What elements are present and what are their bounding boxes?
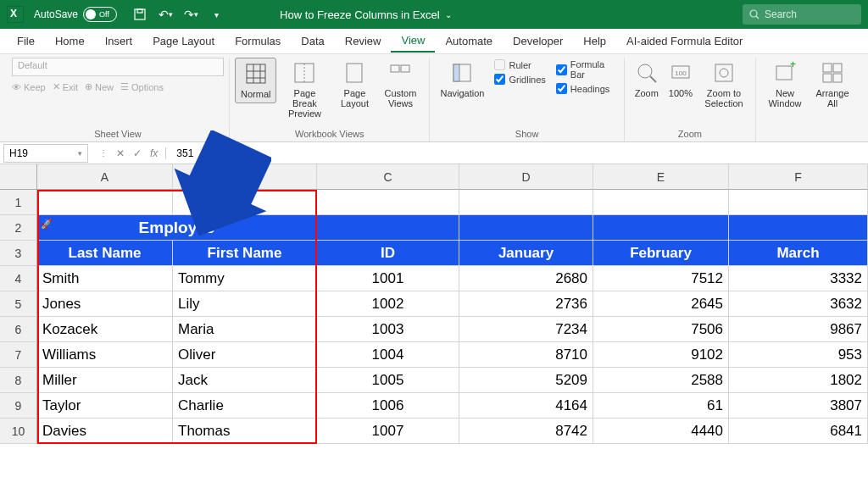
cell[interactable]: Charlie	[173, 393, 317, 419]
cell[interactable]: 3807	[729, 393, 868, 419]
cell[interactable]: Taylor	[37, 393, 173, 419]
col-header[interactable]: E	[593, 164, 729, 190]
autosave-toggle[interactable]: AutoSave Off	[34, 7, 117, 22]
cell[interactable]: 61	[593, 393, 729, 419]
accept-icon[interactable]: ✓	[131, 147, 144, 159]
cell[interactable]	[317, 215, 459, 241]
cell[interactable]: 9867	[729, 317, 868, 342]
search-input[interactable]: Search	[743, 4, 861, 25]
cell[interactable]	[459, 190, 593, 215]
tab-view[interactable]: View	[391, 30, 435, 53]
view-normal-button[interactable]: Normal	[235, 58, 276, 103]
tab-home[interactable]: Home	[45, 30, 95, 52]
cell[interactable]	[459, 215, 593, 241]
view-custom-views-button[interactable]: Custom Views	[376, 58, 424, 112]
cell[interactable]: Tommy	[173, 266, 317, 291]
cell[interactable]	[729, 190, 868, 215]
cell[interactable]: Jones	[37, 291, 173, 317]
cell-header[interactable]: January	[459, 241, 593, 266]
save-icon[interactable]	[131, 5, 149, 24]
col-header[interactable]: C	[317, 164, 459, 190]
cell[interactable]: 2588	[593, 368, 729, 393]
cell[interactable]: 7506	[593, 317, 729, 342]
cancel-icon[interactable]: ✕	[114, 147, 127, 159]
arrange-all-button[interactable]: Arrange All	[809, 58, 856, 112]
cell[interactable]: 2736	[459, 291, 593, 317]
cell[interactable]: 8742	[459, 419, 593, 444]
cell[interactable]: Thomas	[173, 419, 317, 444]
tab-automate[interactable]: Automate	[435, 30, 503, 52]
cell[interactable]: 1802	[729, 368, 868, 393]
cell[interactable]: Davies	[37, 419, 173, 444]
cell[interactable]: 1002	[317, 291, 459, 317]
cell[interactable]: Miller	[37, 368, 173, 393]
row-header[interactable]: 4	[0, 266, 37, 291]
row-header[interactable]: 3	[0, 241, 37, 266]
cell[interactable]: Smith	[37, 266, 173, 291]
cell[interactable]: 8710	[459, 342, 593, 368]
cell[interactable]	[593, 190, 729, 215]
formula-input[interactable]: 351	[171, 147, 193, 159]
col-header[interactable]: B	[173, 164, 317, 190]
cell[interactable]: 7512	[593, 266, 729, 291]
tab-insert[interactable]: Insert	[95, 30, 143, 52]
zoom-selection-button[interactable]: Zoom to Selection	[698, 58, 750, 112]
new-window-button[interactable]: +New Window	[761, 58, 809, 112]
cell-header[interactable]: Last Name	[37, 241, 173, 266]
undo-icon[interactable]: ↶▾	[156, 5, 175, 24]
cell[interactable]: 4164	[459, 393, 593, 419]
cell[interactable]: Oliver	[173, 342, 317, 368]
tab-file[interactable]: File	[7, 30, 45, 52]
redo-icon[interactable]: ↷▾	[181, 5, 200, 24]
cell[interactable]: 3632	[729, 291, 868, 317]
cell[interactable]: 4440	[593, 419, 729, 444]
qat-dropdown-icon[interactable]: ▾	[207, 5, 225, 24]
cell[interactable]: 2680	[459, 266, 593, 291]
spreadsheet-grid[interactable]: 1 2 3 4 5 6 7 8 9 10 A B C D E F 🚀Employ…	[0, 164, 868, 444]
zoom-button[interactable]: Zoom	[630, 58, 664, 102]
tab-help[interactable]: Help	[573, 30, 616, 52]
cell[interactable]: 953	[729, 342, 868, 368]
gridlines-checkbox[interactable]: Gridlines	[494, 74, 545, 85]
cell[interactable]: 1007	[317, 419, 459, 444]
zoom-100-button[interactable]: 100100%	[664, 58, 698, 102]
dropdown-icon[interactable]: ⋮	[97, 148, 110, 158]
view-page-layout-button[interactable]: Page Layout	[332, 58, 376, 112]
cell-header[interactable]: March	[729, 241, 868, 266]
cell[interactable]: 6841	[729, 419, 868, 444]
col-header[interactable]: D	[459, 164, 593, 190]
cell[interactable]: 1004	[317, 342, 459, 368]
cell-header[interactable]: February	[593, 241, 729, 266]
tab-formulas[interactable]: Formulas	[225, 30, 291, 52]
row-header[interactable]: 7	[0, 342, 37, 368]
cell[interactable]	[593, 215, 729, 241]
cell[interactable]: 1006	[317, 393, 459, 419]
fx-icon[interactable]: fx	[147, 147, 160, 159]
sheet-view-dropdown[interactable]: Default	[12, 58, 224, 76]
cell[interactable]: Jack	[173, 368, 317, 393]
row-header[interactable]: 8	[0, 368, 37, 393]
cell[interactable]: 2645	[593, 291, 729, 317]
cell[interactable]: Maria	[173, 317, 317, 342]
cell[interactable]	[317, 190, 459, 215]
row-header[interactable]: 9	[0, 393, 37, 419]
cell[interactable]: 1001	[317, 266, 459, 291]
cell[interactable]: Kozacek	[37, 317, 173, 342]
headings-checkbox[interactable]: Headings	[556, 83, 614, 94]
cell[interactable]: Williams	[37, 342, 173, 368]
cell-header[interactable]: ID	[317, 241, 459, 266]
document-title[interactable]: How to Freeze Columns in Excel ⌄	[280, 8, 452, 21]
select-all-corner[interactable]	[0, 164, 37, 190]
row-header[interactable]: 1	[0, 190, 37, 215]
view-page-break-button[interactable]: Page Break Preview	[276, 58, 332, 122]
row-header[interactable]: 10	[0, 419, 37, 444]
cell[interactable]: 5209	[459, 368, 593, 393]
tab-ai-editor[interactable]: AI-aided Formula Editor	[616, 30, 753, 52]
cell[interactable]: 9102	[593, 342, 729, 368]
row-header[interactable]: 5	[0, 291, 37, 317]
navigation-button[interactable]: Navigation	[435, 58, 489, 102]
tab-review[interactable]: Review	[335, 30, 392, 52]
tab-data[interactable]: Data	[291, 30, 334, 52]
cell[interactable]: 7234	[459, 317, 593, 342]
formula-bar-checkbox[interactable]: Formula Bar	[556, 59, 614, 80]
